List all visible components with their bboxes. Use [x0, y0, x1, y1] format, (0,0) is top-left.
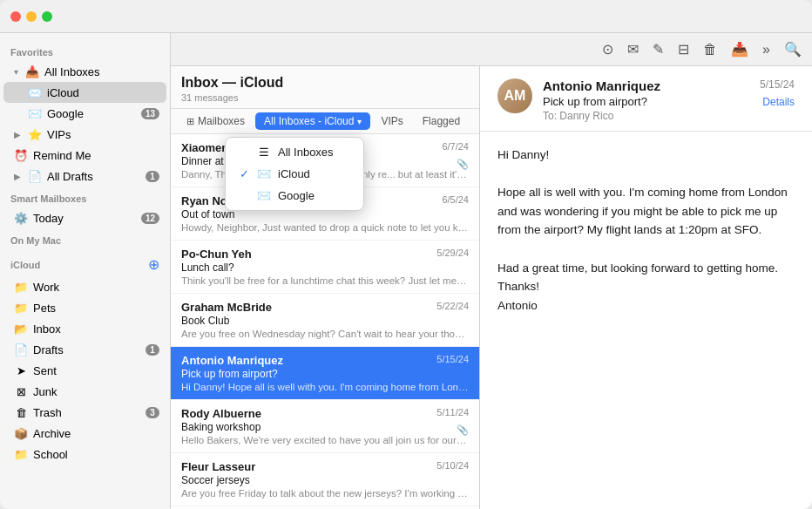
titlebar	[0, 0, 812, 33]
message-subject: Soccer jerseys	[181, 474, 469, 486]
drafts-badge: 1	[145, 344, 159, 356]
minimize-button[interactable]	[26, 11, 37, 22]
inbox-folder-icon: 📂	[14, 322, 28, 336]
message-date: 6/7/24	[442, 141, 469, 152]
detail-body: Hi Danny! Hope all is well with you. I'm…	[480, 132, 812, 509]
message-item[interactable]: Rody Albuerne 5/11/24 Baking workshop He…	[171, 400, 479, 453]
remind-me-icon: ⏰	[14, 149, 28, 162]
message-item[interactable]: Fleur Lasseur 5/10/24 Soccer jerseys Are…	[171, 453, 479, 506]
sidebar-item-vips[interactable]: ▶ ⭐ VIPs	[3, 124, 166, 145]
sidebar-item-today[interactable]: ⚙️ Today 12	[3, 207, 166, 228]
message-date: 5/22/24	[436, 301, 469, 311]
dropdown-icon-icloud: ✉️	[257, 167, 271, 180]
trash-icon: 🗑	[14, 406, 28, 419]
sidebar-item-all-drafts[interactable]: ▶ 📄 All Drafts 1	[3, 166, 166, 187]
work-icon: 📁	[14, 281, 28, 294]
all-inboxes-icon: 📥	[25, 65, 39, 78]
sidebar-item-label-school: School	[33, 448, 159, 461]
trash-badge: 3	[145, 407, 159, 418]
sidebar-item-remind-me[interactable]: ⏰ Remind Me	[3, 145, 166, 166]
sidebar-item-label-drafts-folder: Drafts	[33, 343, 140, 356]
tab-all-inboxes[interactable]: All Inboxes - iCloud ▾	[255, 112, 370, 130]
sidebar-item-label-sent: Sent	[33, 364, 159, 377]
message-preview: Hi Danny! Hope all is well with you. I'm…	[181, 382, 469, 392]
message-subject: Pick up from airport?	[181, 368, 469, 380]
details-button[interactable]: Details	[762, 96, 795, 108]
dropdown-item-google[interactable]: ✉️ Google	[226, 185, 363, 207]
close-button[interactable]	[10, 11, 21, 22]
dropdown-icon-google: ✉️	[257, 189, 271, 202]
pets-icon: 📁	[14, 302, 28, 315]
delete-toolbar-icon[interactable]: 🗑	[703, 42, 717, 58]
avatar: AM	[497, 78, 532, 113]
tab-remind-me[interactable]: Remind Me	[470, 112, 480, 130]
detail-greeting: Hi Danny!	[497, 146, 795, 165]
sidebar-item-pets[interactable]: 📁 Pets	[3, 297, 166, 318]
sidebar-item-icloud[interactable]: ✉️ iCloud	[3, 82, 166, 103]
reply-icon[interactable]: ✉	[627, 41, 639, 58]
sidebar-section-favorites: Favorites	[0, 40, 170, 61]
message-date: 5/10/24	[436, 460, 469, 471]
sidebar-item-trash[interactable]: 🗑 Trash 3	[3, 402, 166, 423]
sidebar-item-label-today: Today	[33, 212, 136, 225]
detail-paragraph-1: Hope all is well with you. I'm coming ho…	[497, 183, 795, 240]
sidebar-item-label-inbox-folder: Inbox	[33, 322, 159, 336]
all-drafts-icon: 📄	[28, 170, 42, 183]
compose-icon[interactable]: ✎	[653, 41, 664, 58]
filter-tabs: ⊞ Mailboxes All Inboxes - iCloud ▾ VIPs …	[171, 109, 479, 134]
message-subject: Book Club	[181, 315, 469, 327]
message-subject: Baking workshop	[181, 421, 469, 433]
message-item[interactable]: Po-Chun Yeh 5/29/24 Lunch call? Think yo…	[171, 241, 479, 294]
vips-icon: ⭐	[28, 128, 42, 141]
sidebar-item-junk[interactable]: ⊠ Junk	[3, 381, 166, 402]
add-icloud-folder-button[interactable]: ⊕	[148, 256, 159, 273]
tab-flagged[interactable]: Flagged	[414, 112, 469, 130]
message-preview: Hello Bakers, We're very excited to have…	[181, 435, 469, 445]
sidebar-item-sent[interactable]: ➤ Sent	[3, 360, 166, 381]
today-badge: 12	[141, 213, 159, 224]
sidebar: Favorites ▾ 📥 All Inboxes ✉️ iCloud ✉️ G…	[0, 33, 171, 509]
sidebar-item-all-inboxes[interactable]: ▾ 📥 All Inboxes	[3, 61, 166, 82]
zoom-button[interactable]	[42, 11, 52, 22]
all-drafts-badge: 1	[145, 171, 159, 182]
vips-disclosure-icon: ▶	[14, 130, 21, 139]
tab-vips[interactable]: VIPs	[372, 112, 411, 130]
sidebar-item-inbox-folder[interactable]: 📂 Inbox	[3, 318, 166, 339]
message-item-selected[interactable]: Antonio Manriquez 5/15/24 Pick up from a…	[171, 347, 479, 400]
message-date: 5/15/24	[436, 354, 469, 364]
tab-mailboxes[interactable]: ⊞ Mailboxes	[178, 112, 254, 130]
unsubscribe-icon[interactable]: ⊙	[602, 41, 613, 58]
message-preview: Howdy, Neighbor, Just wanted to drop a q…	[181, 222, 469, 233]
archive-icon: 📦	[14, 427, 28, 440]
junk-icon: ⊠	[14, 385, 28, 398]
sidebar-item-label-remind-me: Remind Me	[33, 149, 159, 162]
message-date: 6/5/24	[442, 194, 469, 205]
message-sender: Antonio Manriquez	[181, 354, 430, 367]
detail-to: To: Danny Rico	[543, 110, 749, 122]
archive-toolbar-icon[interactable]: ⊟	[678, 41, 689, 58]
sidebar-item-work[interactable]: 📁 Work	[3, 276, 166, 297]
today-icon: ⚙️	[14, 212, 28, 225]
sidebar-item-google[interactable]: ✉️ Google 13	[3, 103, 166, 124]
message-item[interactable]: Graham McBride 5/22/24 Book Club Are you…	[171, 294, 479, 347]
more-actions-icon[interactable]: »	[762, 42, 770, 58]
attachment-icon: 📎	[457, 159, 469, 170]
dropdown-item-icloud[interactable]: ✓ ✉️ iCloud	[226, 163, 363, 185]
message-sender: Fleur Lasseur	[181, 460, 430, 473]
dropdown-item-all-inboxes[interactable]: ☰ All Inboxes	[226, 141, 363, 163]
sidebar-item-label-vips: VIPs	[47, 128, 159, 141]
dropdown-label-google: Google	[278, 189, 315, 202]
move-toolbar-icon[interactable]: 📥	[731, 41, 748, 58]
sidebar-item-drafts-folder[interactable]: 📄 Drafts 1	[3, 339, 166, 360]
sidebar-item-school[interactable]: 📁 School	[3, 444, 166, 465]
message-preview: Are you free on Wednesday night? Can't w…	[181, 329, 469, 339]
sidebar-item-archive[interactable]: 📦 Archive	[3, 423, 166, 444]
search-icon[interactable]: 🔍	[784, 41, 802, 58]
message-preview: Think you'll be free for a lunchtime cha…	[181, 275, 469, 286]
traffic-lights	[10, 11, 52, 22]
icloud-icon: ✉️	[28, 86, 42, 99]
message-subject: Lunch call?	[181, 261, 469, 274]
sidebar-section-icloud: iCloud ⊕	[0, 249, 170, 276]
pane-subtitle: 31 messages	[181, 92, 469, 103]
dropdown-label-icloud: iCloud	[278, 167, 310, 180]
